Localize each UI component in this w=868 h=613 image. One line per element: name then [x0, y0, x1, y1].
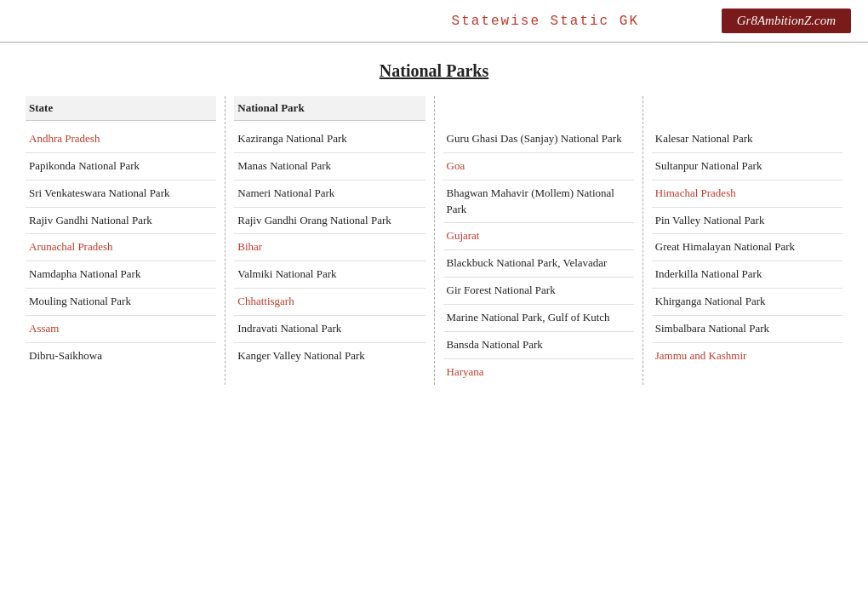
page-title: National Parks [380, 61, 488, 80]
list-item: Kanger Valley National Park [234, 343, 425, 370]
list-item: Assam [26, 316, 216, 343]
list-item: Gir Forest National Park [443, 278, 634, 305]
list-item: Jammu and Kashmir [652, 343, 842, 370]
columns-wrapper: StateAndhra PradeshPapikonda National Pa… [0, 96, 868, 385]
list-item: Arunachal Pradesh [26, 234, 216, 261]
header-title: Statewise Static GK [369, 14, 722, 29]
header-brand: Gr8AmbitionZ.com [722, 9, 851, 33]
list-item: Pin Valley National Park [652, 208, 842, 235]
list-item: Bihar [234, 234, 425, 261]
list-item: Marine National Park, Gulf of Kutch [443, 305, 634, 332]
list-item: Namdapha National Park [26, 261, 216, 289]
list-item: Papikonda National Park [26, 153, 216, 180]
col-header-1: National Park [234, 96, 425, 121]
list-item: Mouling National Park [26, 289, 216, 316]
list-item: Khirganga National Park [652, 289, 842, 316]
column-3: XKalesar National ParkSultanpur National… [643, 96, 851, 385]
list-item: Guru Ghasi Das (Sanjay) National Park [443, 126, 634, 153]
col-header-0: State [26, 96, 216, 121]
list-item: Chhattisgarh [234, 289, 425, 316]
list-item: Inderkilla National Park [652, 261, 842, 289]
list-item: Nameri National Park [234, 180, 425, 208]
column-1: National ParkKaziranga National ParkMana… [226, 96, 434, 385]
column-2: XGuru Ghasi Das (Sanjay) National ParkGo… [435, 96, 643, 385]
list-item: Manas National Park [234, 153, 425, 180]
list-item: Haryana [443, 359, 634, 386]
list-item: Kaziranga National Park [234, 126, 425, 153]
list-item: Himachal Pradesh [652, 180, 842, 208]
list-item: Sri Venkateswara National Park [26, 180, 216, 208]
list-item: Indravati National Park [234, 316, 425, 343]
list-item: Dibru-Saikhowa [26, 343, 216, 370]
list-item: Rajiv Gandhi National Park [26, 208, 216, 235]
list-item: Bhagwan Mahavir (Mollem) National Park [443, 180, 634, 224]
list-item: Sultanpur National Park [652, 153, 842, 180]
column-0: StateAndhra PradeshPapikonda National Pa… [17, 96, 226, 385]
list-item: Simbalbara National Park [652, 316, 842, 343]
list-item: Gujarat [443, 223, 634, 250]
header: Statewise Static GK Gr8AmbitionZ.com [0, 0, 868, 43]
list-item: Goa [443, 153, 634, 180]
list-item: Great Himalayan National Park [652, 234, 842, 261]
list-item: Valmiki National Park [234, 261, 425, 289]
page-title-wrapper: National Parks [0, 61, 868, 81]
list-item: Kalesar National Park [652, 126, 842, 153]
list-item: Blackbuck National Park, Velavadar [443, 250, 634, 278]
list-item: Rajiv Gandhi Orang National Park [234, 208, 425, 235]
list-item: Bansda National Park [443, 332, 634, 359]
list-item: Andhra Pradesh [26, 126, 216, 153]
